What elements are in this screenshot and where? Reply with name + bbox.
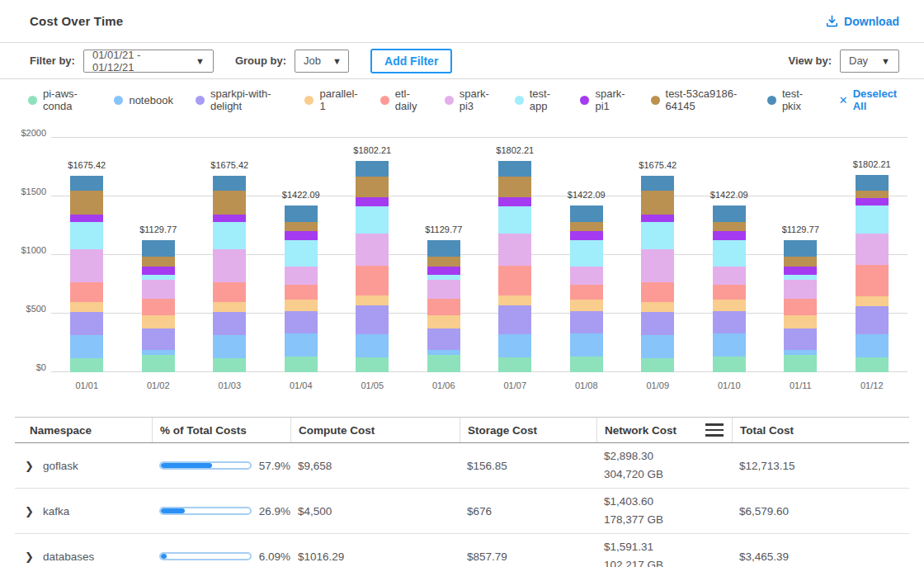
legend-item-spark-pi1[interactable]: spark-pi1	[580, 87, 628, 112]
bar-01/03[interactable]	[213, 176, 246, 372]
expand-chevron-icon[interactable]: ❯	[25, 550, 34, 563]
bar-segment-etl-daily	[142, 299, 175, 316]
legend-item-pi-aws-conda[interactable]: pi-aws-conda	[28, 87, 92, 112]
network-cost-cell: $1,591.31102,217 GB	[596, 534, 732, 567]
bar-segment-etl-daily	[641, 282, 674, 302]
total-cost-value: $6,579.60	[739, 505, 789, 517]
x-axis-label-01/04: 01/04	[266, 380, 337, 390]
x-axis-label-01/02: 01/02	[123, 380, 195, 390]
bar-segment-test-pkix	[70, 176, 103, 190]
bar-segment-test-app	[285, 240, 318, 267]
legend-item-test-53ca9186-64145[interactable]: test-53ca9186-64145	[651, 87, 745, 112]
bar-segment-spark-pi3	[784, 280, 817, 299]
legend-item-notebook[interactable]: notebook	[114, 94, 173, 106]
legend-color-dot	[196, 96, 205, 105]
bar-segment-spark-pi1	[641, 215, 674, 222]
bar-01/06[interactable]	[427, 240, 460, 372]
bar-01/10[interactable]	[713, 206, 746, 372]
legend-item-label: etl-daily	[395, 87, 422, 112]
column-header-network-cost[interactable]: Network Cost	[596, 418, 732, 442]
download-button[interactable]: Download	[826, 15, 899, 28]
y-axis-tick-label: $2000	[8, 128, 46, 138]
column-header-namespace[interactable]: Namespace	[15, 418, 152, 442]
percent-label: 26.9%	[259, 505, 290, 517]
deselect-all-button[interactable]: ✕Deselect All	[839, 87, 899, 112]
bar-segment-etl-daily	[784, 299, 817, 316]
bar-segment-notebook	[856, 334, 889, 357]
bar-slot-01/07: $1802.21	[479, 138, 551, 372]
bar-01/08[interactable]	[570, 206, 603, 372]
legend-item-parallel-1[interactable]: parallel-1	[304, 87, 357, 112]
bars-row: $1675.42$1129.77$1675.42$1422.09$1802.21…	[51, 138, 908, 372]
network-cost-cell: $2,898.30304,720 GB	[596, 443, 732, 488]
expand-chevron-icon[interactable]: ❯	[25, 505, 34, 517]
legend-color-dot	[515, 96, 524, 105]
namespace-cell: ❯goflask	[15, 443, 152, 488]
bar-segment-test-pkix	[356, 161, 389, 176]
bar-slot-01/03: $1675.42	[194, 138, 266, 372]
legend-item-label: sparkpi-with-delight	[210, 87, 283, 112]
bar-01/04[interactable]	[285, 206, 318, 372]
bar-segment-parallel-1	[784, 315, 817, 328]
legend-color-dot	[114, 96, 123, 105]
bar-segment-parallel-1	[427, 315, 460, 328]
total-cost-cell: $6,579.60	[732, 489, 909, 533]
download-label: Download	[844, 15, 899, 28]
namespace-name: kafka	[43, 505, 69, 517]
legend-item-test-pkix[interactable]: test-pkix	[767, 87, 812, 112]
percent-progress-fill	[161, 508, 185, 513]
bar-segment-test-app	[213, 222, 246, 249]
bar-segment-test-pkix	[285, 206, 318, 222]
bar-segment-test-app	[856, 206, 889, 234]
bar-segment-test-app	[70, 222, 103, 249]
percent-cell: 6.09%	[152, 534, 290, 567]
add-filter-button[interactable]: Add Filter	[370, 49, 452, 73]
bar-01/05[interactable]	[356, 161, 389, 372]
bar-01/07[interactable]	[498, 161, 531, 372]
x-axis-label-01/07: 01/07	[479, 380, 551, 390]
bar-01/11[interactable]	[784, 240, 817, 372]
namespace-cell: ❯databases	[15, 534, 152, 567]
bar-total-label: $1675.42	[622, 160, 694, 170]
bar-segment-test-pkix	[641, 176, 674, 190]
bar-segment-parallel-1	[641, 302, 674, 312]
legend-item-test-app[interactable]: test-app	[515, 87, 559, 112]
view-by-select[interactable]: Day ▼	[840, 50, 899, 73]
bar-01/09[interactable]	[641, 176, 674, 372]
expand-chevron-icon[interactable]: ❯	[25, 460, 34, 472]
bar-segment-pi-aws-conda	[427, 355, 460, 372]
bar-segment-etl-daily	[427, 299, 460, 316]
namespace-name: databases	[43, 550, 94, 563]
bar-segment-sparkpi-with-delight	[356, 305, 389, 334]
date-range-select[interactable]: 01/01/21 - 01/12/21 ▼	[83, 50, 214, 73]
bar-segment-spark-pi1	[427, 267, 460, 275]
legend-item-label: notebook	[129, 94, 173, 106]
column-header-label: Compute Cost	[299, 424, 375, 437]
bar-segment-spark-pi3	[498, 234, 531, 266]
legend-item-sparkpi-with-delight[interactable]: sparkpi-with-delight	[196, 87, 283, 112]
column-header-compute-cost[interactable]: Compute Cost	[290, 418, 460, 442]
bar-segment-parallel-1	[713, 300, 746, 311]
bar-segment-sparkpi-with-delight	[427, 328, 460, 350]
legend-item-etl-daily[interactable]: etl-daily	[380, 87, 422, 112]
column-header-%-of-total-costs[interactable]: % of Total Costs	[152, 418, 290, 442]
bar-01/02[interactable]	[142, 240, 175, 372]
chart-legend: pi-aws-condanotebooksparkpi-with-delight…	[0, 79, 924, 120]
bar-segment-sparkpi-with-delight	[784, 328, 817, 350]
column-menu-icon[interactable]	[705, 423, 724, 437]
percent-progress-bar	[159, 552, 252, 560]
bar-segment-spark-pi3	[213, 249, 246, 281]
legend-item-spark-pi3[interactable]: spark-pi3	[445, 87, 493, 112]
column-header-total-cost[interactable]: Total Cost	[732, 418, 909, 442]
legend-item-label: parallel-1	[319, 87, 357, 112]
x-icon: ✕	[839, 94, 848, 106]
total-cost-value: $12,713.15	[739, 460, 795, 472]
bar-segment-spark-pi1	[142, 267, 175, 275]
compute-cost-value: $4,500	[298, 505, 332, 517]
group-by-select[interactable]: Job ▼	[295, 50, 349, 73]
bar-01/01[interactable]	[70, 176, 103, 372]
storage-cost-value: $857.79	[467, 550, 507, 563]
bar-01/12[interactable]	[856, 175, 889, 372]
bar-total-label: $1422.09	[694, 190, 766, 200]
column-header-storage-cost[interactable]: Storage Cost	[460, 418, 596, 442]
